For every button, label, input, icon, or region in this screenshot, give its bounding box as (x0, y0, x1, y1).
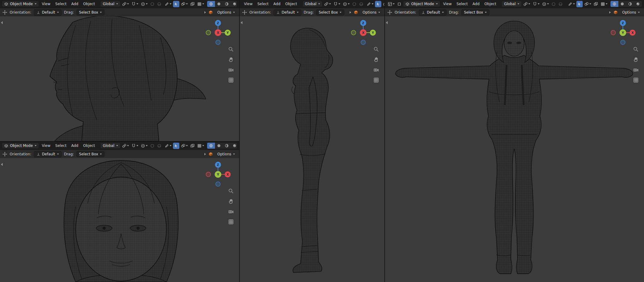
pan-hand-icon[interactable] (633, 56, 639, 63)
mode-dropdown[interactable]: Object Mode (403, 1, 440, 7)
snap-target-icon[interactable] (121, 1, 130, 7)
overlays-icon[interactable] (180, 1, 189, 7)
model-wireframe[interactable] (385, 16, 644, 282)
gizmo-bottom-axis-ball[interactable] (620, 40, 626, 45)
menu-view[interactable]: View (40, 142, 53, 150)
overlays-icon[interactable] (180, 143, 189, 149)
menu-select[interactable]: Select (255, 0, 271, 8)
orientation-select[interactable]: Default (34, 151, 62, 157)
gizmo-z-axis-ball[interactable]: Z (215, 20, 221, 26)
menu-view[interactable]: View (40, 0, 53, 8)
gizmo-z-axis-ball[interactable]: Z (620, 20, 626, 26)
toolshelf-toggle-icon[interactable] (1, 21, 3, 24)
drag-select[interactable]: Select Box (461, 9, 489, 15)
snap-magnet-icon[interactable] (130, 1, 139, 7)
gizmo-left-axis-ball[interactable] (351, 30, 356, 35)
drag-select[interactable]: Select Box (76, 9, 104, 15)
snap-magnet-icon[interactable] (532, 1, 540, 7)
menu-select[interactable]: Select (454, 0, 470, 8)
falloff-b-icon[interactable] (358, 1, 364, 7)
snap-target-icon[interactable] (323, 1, 332, 7)
xray-icon[interactable] (593, 1, 599, 7)
camera-view-icon[interactable] (633, 66, 639, 73)
shading-wireframe-icon[interactable] (207, 143, 215, 149)
falloff-a-icon[interactable] (351, 1, 357, 7)
viewport-canvas[interactable]: Z X Y (385, 16, 644, 282)
move-tool-icon[interactable] (2, 152, 7, 157)
gizmo-right-axis-ball[interactable]: Y (370, 30, 376, 36)
pan-hand-icon[interactable] (373, 56, 380, 63)
move-tool-icon[interactable] (242, 10, 247, 15)
transform-orientation-dropdown[interactable]: Global (100, 143, 120, 149)
transform-orientation-dropdown[interactable]: Global (100, 1, 120, 7)
gizmo-bottom-axis-ball[interactable] (361, 40, 366, 45)
gizmo-right-axis-ball[interactable]: X (225, 171, 231, 177)
options-dropdown[interactable]: Options (216, 10, 237, 15)
gizmo-z-axis-ball[interactable]: Z (360, 20, 366, 26)
proportional-editing-icon[interactable] (541, 1, 550, 7)
menu-select[interactable]: Select (53, 142, 69, 150)
zoom-icon[interactable] (373, 46, 380, 53)
annotate-pen-icon[interactable] (366, 1, 374, 7)
gizmo-center-axis-ball[interactable]: X (215, 29, 221, 36)
annotate-pen-icon[interactable] (567, 1, 576, 7)
xray-icon[interactable] (189, 143, 196, 149)
orientation-select[interactable]: Default (274, 9, 301, 16)
drag-select[interactable]: Select Box (76, 151, 104, 157)
options-dropdown[interactable]: Options (361, 10, 382, 15)
shading-solid-icon[interactable] (215, 1, 223, 7)
menu-add[interactable]: Add (470, 0, 482, 8)
toolshelf-toggle-icon[interactable] (241, 21, 242, 24)
viewport-canvas[interactable]: Z Y X (0, 16, 239, 141)
camera-view-icon[interactable] (373, 66, 380, 73)
pan-hand-icon[interactable] (228, 56, 234, 63)
shading-solid-icon[interactable] (215, 143, 223, 149)
snap-target-icon[interactable] (121, 143, 130, 149)
gizmos-dropdown-icon[interactable] (196, 1, 205, 7)
grid-ortho-icon[interactable] (228, 219, 234, 225)
viewport-canvas[interactable]: Z Y X (240, 16, 384, 282)
menu-object[interactable]: Object (482, 0, 498, 8)
annotate-pen-icon[interactable] (164, 1, 172, 7)
grid-ortho-icon[interactable] (228, 77, 234, 83)
gizmos-dropdown-icon[interactable] (600, 1, 608, 7)
select-cursor-icon[interactable] (375, 1, 381, 7)
proportional-editing-icon[interactable] (140, 143, 149, 149)
expand-arrow-icon[interactable] (204, 153, 206, 155)
viewport-canvas[interactable]: Z X Y (0, 158, 239, 282)
zoom-icon[interactable] (228, 46, 234, 53)
mode-dropdown[interactable]: Object Mode (2, 143, 39, 149)
shading-solid-icon[interactable] (618, 1, 626, 7)
shading-rendered-icon[interactable] (231, 143, 237, 149)
shading-material-icon[interactable] (223, 143, 231, 149)
falloff-a-icon[interactable] (149, 143, 155, 149)
toolshelf-toggle-icon[interactable] (1, 163, 3, 166)
pan-hand-icon[interactable] (228, 198, 234, 205)
menu-add[interactable]: Add (69, 142, 81, 150)
gizmo-center-axis-ball[interactable]: Y (620, 29, 626, 36)
menu-object[interactable]: Object (81, 0, 97, 8)
editor-type-icon[interactable] (387, 1, 396, 7)
menu-object[interactable]: Object (81, 142, 97, 150)
nav-gizmo[interactable]: Z X Y (203, 159, 233, 190)
snap-magnet-icon[interactable] (332, 1, 341, 7)
shading-wireframe-icon[interactable] (207, 1, 215, 7)
expand-arrow-icon[interactable] (204, 11, 206, 14)
zoom-icon[interactable] (228, 188, 234, 194)
gizmo-right-axis-ball[interactable]: X (630, 30, 636, 36)
overlays-icon[interactable] (583, 1, 592, 7)
model-wireframe[interactable] (240, 16, 384, 282)
gizmo-z-axis-ball[interactable]: Z (215, 162, 221, 168)
menu-select[interactable]: Select (53, 0, 69, 8)
toolshelf-toggle-icon[interactable] (386, 21, 388, 24)
snap-magnet-icon[interactable] (130, 143, 139, 149)
annotate-pen-icon[interactable] (164, 143, 172, 149)
gizmo-left-axis-ball[interactable] (611, 30, 616, 35)
select-cursor-icon[interactable] (576, 1, 583, 7)
falloff-b-icon[interactable] (156, 143, 162, 149)
falloff-b-icon[interactable] (557, 1, 564, 7)
nav-gizmo[interactable]: Z Y X (203, 18, 233, 48)
orientation-select[interactable]: Default (34, 9, 62, 16)
nav-gizmo[interactable]: Z X Y (608, 18, 638, 48)
zoom-icon[interactable] (633, 46, 639, 53)
